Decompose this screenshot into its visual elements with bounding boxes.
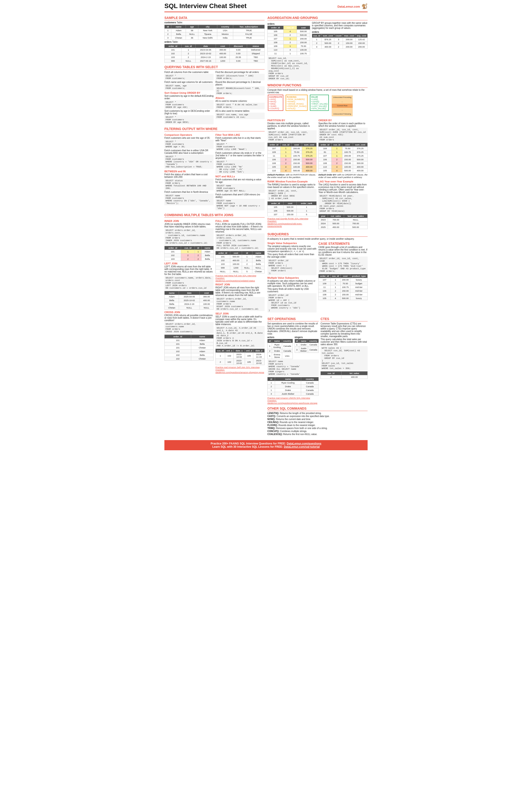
table-row: 1062150.00500.00	[268, 158, 317, 162]
table-row: 1082150.00	[268, 41, 310, 44]
table-row: Bella2024-2-19100.00	[165, 302, 214, 306]
singers-label: singers	[294, 336, 319, 339]
svg-text:Unbounded Following: Unbounded Following	[333, 113, 351, 115]
right-join-title: RIGHT JOIN	[215, 283, 265, 286]
table-row: 109175.50budget	[319, 282, 367, 285]
joins-left: INNER JOIN JOIN (or explicitly INNER JOI…	[165, 218, 214, 374]
like-e-code: SELECT * FROM customers WHERE city LIKE …	[215, 160, 265, 174]
order-by-window-code: SELECT order_id, cus_id, cost, SUM(cost)…	[318, 128, 367, 142]
window-desc: Compute their result based on a sliding …	[267, 89, 367, 94]
set-ops-section: SET OPERATIONS Set operations are used t…	[267, 315, 319, 405]
col-age: age	[186, 25, 198, 28]
svg-text:Unbounded Preceding: Unbounded Preceding	[333, 96, 352, 98]
fetch-all-code: SELECT * FROM customers;	[165, 74, 214, 80]
full-join-practice-link[interactable]: Practice real Meta Full Join SQL Intervi…	[215, 274, 265, 282]
aliases-table-label: AS is also used to rename tables:	[215, 110, 265, 112]
comparison-title: Comparison Operators	[165, 133, 214, 136]
joins-section: COMBINING MULTIPLE TABLES WITH JOINS INN…	[165, 213, 265, 374]
full-join-code: SELECT orders.order_id, orders.cost, cus…	[215, 233, 265, 250]
inner-join-code: SELECT orders.order_id, orders.cost, cus…	[165, 228, 214, 245]
orders-agg-wrapper: orders order_idcus_idcost 1054500.00 106…	[267, 22, 310, 55]
usa-canada-label: Fetch customers that live in either USA …	[165, 149, 214, 154]
querying-title: QUERYING TABLES WITH SELECT	[165, 65, 265, 70]
col-id: id	[165, 25, 171, 28]
aggregation-content: orders order_idcus_idcost 1054500.00 106…	[267, 21, 367, 81]
joins-title: COMBINING MULTIPLE TABLES WITH JOINS	[165, 213, 265, 217]
querying-content: Fetch all columns from the customers tab…	[165, 71, 265, 125]
aggregation-right: GROUP BY groups together rows with the s…	[312, 21, 367, 81]
table-row: 4400.00	[321, 375, 367, 379]
table-row: 2DrakeCanada	[268, 349, 293, 353]
table-row: 1104100.00	[268, 48, 310, 52]
table-row: 1054500.00400.00	[319, 169, 367, 172]
partition-result-table: order_idcus_idcostsum_cost 1071200.00376…	[267, 143, 317, 172]
case-result-table: order_idcus_idcostproduct_type 1071200.0…	[318, 274, 367, 300]
right-column: AGGREGATION AND GROUPING orders order_id…	[267, 14, 367, 438]
sample-data-section: SAMPLE DATA customers Table: id name age…	[165, 16, 265, 63]
set-ops-title: SET OPERATIONS	[267, 317, 319, 321]
orders-agg-table: order_idcus_idcost 1054500.00 1062500.00…	[267, 26, 310, 55]
group-by-result-table: cus_idsum_costcountmax_costavg_cost 1$76…	[312, 34, 367, 49]
ctes-example-desc: This query calculates the total sales pe…	[321, 338, 367, 346]
case-title: CASE STATEMENTS	[318, 242, 367, 245]
table-row: 1DrakeCanada	[294, 343, 319, 347]
rank-example: RANK Window Function Example The RANK() …	[267, 179, 317, 230]
self-join-title: SELF JOIN	[215, 312, 265, 315]
groupby-desc: GROUP BY groups together rows with the s…	[312, 22, 367, 29]
table-row: 10222Bella	[165, 253, 214, 257]
actors-table: idnamecountry 1Ryan GoslingCanada 2Drake…	[267, 339, 293, 359]
table-row: 10322Bella	[165, 257, 214, 261]
left-join-result: namedatecost Adam2025-04-05300.00 Bella2…	[165, 291, 214, 310]
default-partition-note: Default Partition: with no PARTITION BY …	[267, 173, 317, 178]
table-row: 103100.002Bella	[216, 262, 265, 266]
usa-orders-code: SELECT order_id FROM orders WHERE id = A…	[267, 293, 317, 312]
table-row: 102Bella	[165, 353, 214, 357]
left-join-title: LEFT JOIN	[165, 262, 214, 265]
aliases-col-code: SELECT cost * 0.04 AS sales_tax FROM ord…	[215, 103, 265, 109]
union-practice-link[interactable]: Practice real Amazon UNION SQL Interview…	[267, 397, 319, 404]
above-avg-label: This query finds all orders that cost mo…	[267, 253, 317, 258]
case-result-wrapper: order_idcus_idcostproduct_type 1071200.0…	[318, 274, 367, 300]
multi-value-desc: A subquery can also return multiple colu…	[267, 280, 317, 287]
rank-example-table: order_idcostorder_rank 105500.001 106500…	[267, 201, 317, 216]
customers-table-label: customers Table:	[165, 21, 265, 24]
table-row: 1DrakeCanada	[268, 388, 319, 392]
customers-table-wrapper: id name age city country has_subscriptio…	[165, 25, 265, 40]
single-value-title: Single Value Subqueries	[267, 242, 317, 245]
footer-link1[interactable]: DataLemur.com/questions	[287, 442, 321, 445]
table-row: 1Adam58New YorkUSATRUE	[165, 28, 265, 32]
rank-practice-link[interactable]: Practice real Google RANK SQL Interview …	[267, 217, 317, 227]
footer: Practice 200+ FAANG SQL Interview Questi…	[165, 440, 367, 450]
ctes-result-wrapper: cus_idtot_sales 4400.00	[321, 371, 367, 379]
window-title: WINDOW FUNCTIONS	[267, 83, 367, 88]
length-desc: LENGTH(): Returns the length of the prov…	[267, 412, 367, 415]
group-by-code: SELECT cus_id, SUM(cost) as sum_cost, CO…	[267, 56, 310, 81]
table-row: 109175.50376.25	[319, 147, 367, 150]
subqueries-left: Single Value Subqueries The simplest sub…	[267, 241, 317, 313]
full-join-table: order_idcostidname 101500.001Adam 102400…	[215, 251, 265, 273]
logo-text[interactable]: DataLemur.com	[337, 5, 360, 8]
table-row: 1104500.00400.00	[268, 169, 317, 172]
right-join-code: SELECT orders.order_id, customers.name F…	[215, 297, 265, 311]
usa-orders-label: This query finds all orders made by USA …	[267, 288, 317, 293]
footer-link2[interactable]: DataLemur.com/sql-tutorial	[284, 445, 320, 449]
full-join-result: order_idcostidname 101500.001Adam 102400…	[215, 251, 265, 273]
ctes-code: WITH sales AS ( SELECT cus_id, SUM(cost)…	[321, 346, 367, 370]
not-usa-label: Fetch customers that aren't USA minors (…	[215, 193, 265, 198]
filtering-right: Filter Text With LIKE Fetch customers wh…	[215, 132, 265, 211]
table-row: 1054100.00400.00	[268, 165, 317, 169]
lag-example-code: SELECT YEAR(date) AS year, SUM(cost) AS …	[318, 194, 367, 213]
cross-join-code: SELECT orders.order_id, customers.name F…	[165, 322, 214, 334]
self-join-practice-link[interactable]: Practice real Amazon Self-Join SQL Inter…	[215, 366, 265, 374]
table-row: 111100.75mid-tier	[319, 285, 367, 289]
lag-example-table: yearcur_saleslast_year_sales 2023700.00N…	[318, 214, 367, 229]
round-label: Round the discount percentage to 2 decim…	[215, 81, 265, 86]
table-row: 9991200NULLNULL	[216, 266, 265, 270]
order-by-window-title: ORDER BY	[318, 119, 367, 122]
order-by-window-result-table: order_idcus_idcostsum_cost 109175.50376.…	[318, 143, 367, 172]
left-column: SAMPLE DATA customers Table: id name age…	[165, 14, 265, 438]
full-join-desc: FULL JOIN (or explicitly FULL OUTER JOIN…	[215, 223, 265, 233]
table-row: 1Ryan GoslingCanada	[268, 343, 293, 349]
table-row: 3Justin BieberCanada	[294, 347, 319, 353]
table-row: 4400.002200.00200.00	[312, 45, 367, 49]
